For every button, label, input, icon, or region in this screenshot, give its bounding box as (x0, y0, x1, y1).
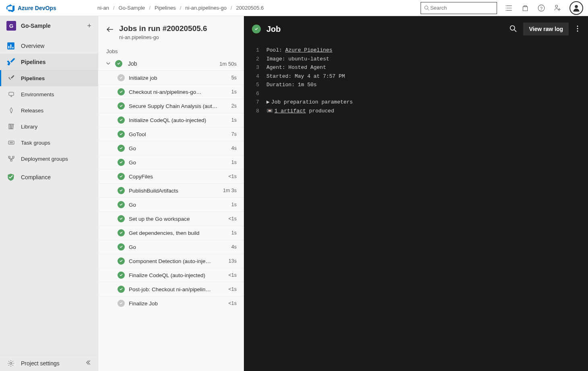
step-row[interactable]: Initialize job5s (98, 70, 244, 85)
log-line-number: 3 (244, 64, 266, 72)
search-box[interactable] (421, 2, 497, 14)
breadcrumb-item[interactable]: 20020505.6 (236, 5, 264, 11)
sidebar-item-overview[interactable]: Overview (0, 38, 98, 54)
step-row[interactable]: Get dependencies, then build1s (98, 226, 244, 240)
step-row[interactable]: CopyFiles<1s (98, 169, 244, 183)
svg-point-24 (10, 362, 12, 364)
svg-point-6 (575, 5, 578, 8)
step-duration: <1s (228, 272, 237, 278)
step-row[interactable]: Checkout ni-an/pipelines-go…1s (98, 85, 244, 99)
step-name: Get dependencies, then build (129, 230, 227, 236)
job-summary-row[interactable]: Job 1m 50s (98, 57, 244, 70)
status-success-icon (118, 131, 125, 138)
step-name: CopyFiles (129, 174, 224, 180)
marketplace-icon[interactable] (521, 4, 529, 12)
step-row[interactable]: Finalize Job<1s (98, 296, 244, 310)
svg-rect-17 (12, 124, 14, 129)
sidebar-item-label: Pipelines (21, 75, 45, 81)
back-button[interactable] (106, 26, 113, 34)
log-line-content: Image: ubuntu-latest (266, 55, 588, 63)
brand-label: Azure DevOps (18, 5, 56, 11)
svg-rect-8 (8, 46, 10, 48)
artifact-link[interactable]: 1 artifact (274, 108, 306, 114)
sidebar-item-label: Pipelines (21, 59, 45, 65)
breadcrumb-item[interactable]: ni-an (97, 5, 109, 11)
sidebar-item-releases[interactable]: Releases (0, 102, 98, 118)
status-success-icon (118, 229, 125, 236)
sidebar-item-task-groups[interactable]: Task groups (0, 135, 98, 151)
step-name: Set up the Go workspace (129, 216, 224, 222)
svg-point-25 (510, 25, 515, 30)
breadcrumb-item[interactable]: Pipelines (155, 5, 176, 11)
sidebar-item-label: Deployment groups (21, 156, 68, 162)
log-body[interactable]: 1Pool: Azure Pipelines2Image: ubuntu-lat… (244, 42, 588, 115)
step-name: Go (129, 244, 227, 250)
job-duration: 1m 50s (219, 61, 237, 67)
step-row[interactable]: Go4s (98, 141, 244, 155)
library-icon (7, 123, 15, 130)
step-row[interactable]: Go1s (98, 155, 244, 169)
step-duration: 1s (231, 160, 237, 165)
step-row[interactable]: Finalize CodeQL (auto-injected)<1s (98, 268, 244, 282)
sidebar-item-compliance[interactable]: Compliance (0, 169, 98, 185)
step-row[interactable]: Secure Supply Chain Analysis (aut…2s (98, 99, 244, 113)
svg-point-5 (559, 9, 560, 10)
step-row[interactable]: GoTool7s (98, 127, 244, 141)
log-line: 5Duration: 1m 50s (244, 81, 588, 89)
step-row[interactable]: Set up the Go workspace<1s (98, 211, 244, 226)
step-duration: 1m 3s (223, 188, 237, 193)
log-link[interactable]: Azure Pipelines (285, 47, 332, 53)
help-icon[interactable]: ? (537, 4, 545, 12)
azure-devops-logo-icon (6, 4, 14, 12)
view-raw-log-button[interactable]: View raw log (523, 23, 569, 35)
step-row[interactable]: Initialize CodeQL (auto-injected)1s (98, 113, 244, 127)
search-input[interactable] (429, 4, 493, 11)
svg-rect-22 (12, 156, 14, 158)
chevron-down-icon[interactable] (105, 60, 111, 67)
environments-icon (7, 91, 15, 97)
step-row[interactable]: Post-job: Checkout ni-an/pipelin…<1s (98, 282, 244, 296)
sidebar-item-project-settings[interactable]: Project settings (0, 355, 98, 371)
work-items-icon[interactable] (505, 4, 513, 12)
job-name: Job (128, 60, 215, 67)
log-line-number: 4 (244, 73, 266, 81)
status-success-icon (118, 102, 125, 110)
user-settings-icon[interactable] (553, 4, 561, 12)
sidebar-item-library[interactable]: Library (0, 118, 98, 135)
fold-caret-icon[interactable]: ▶ (266, 99, 270, 105)
sidebar-item-environments[interactable]: Environments (0, 86, 98, 102)
run-pipeline-name[interactable]: ni-an.pipelines-go (119, 35, 207, 40)
svg-rect-12 (9, 92, 14, 95)
brand[interactable]: Azure DevOps (6, 4, 97, 12)
sidebar-item-pipelines-group[interactable]: Pipelines (0, 54, 98, 70)
step-duration: 1s (231, 202, 237, 207)
status-success-icon (118, 257, 125, 265)
step-duration: 4s (231, 244, 237, 250)
step-row[interactable]: Go4s (98, 240, 244, 254)
log-line: 7▶Job preparation parameters (244, 98, 588, 107)
step-row[interactable]: PublishBuildArtifacts1m 3s (98, 183, 244, 197)
user-avatar[interactable] (569, 1, 583, 15)
add-icon[interactable]: + (87, 22, 91, 30)
svg-line-26 (514, 29, 516, 31)
log-search-icon[interactable] (510, 25, 517, 33)
step-row[interactable]: Go1s (98, 197, 244, 211)
sidebar-item-deployment-groups[interactable]: Deployment groups (0, 151, 98, 167)
breadcrumb-item[interactable]: ni-an.pipelines-go (185, 5, 227, 11)
log-line-number: 5 (244, 81, 266, 89)
step-row[interactable]: Component Detection (auto-inje…13s (98, 254, 244, 268)
collapse-sidebar-icon[interactable] (85, 359, 91, 367)
sidebar-item-label: Project settings (21, 360, 60, 367)
more-actions-icon[interactable] (575, 25, 580, 33)
step-name: Checkout ni-an/pipelines-go… (129, 89, 227, 95)
log-line-content: Agent: Hosted Agent (266, 64, 588, 72)
status-success-icon (118, 215, 125, 222)
breadcrumb-item[interactable]: Go-Sample (119, 5, 145, 11)
step-duration: 2s (231, 103, 237, 109)
step-duration: <1s (228, 301, 237, 306)
sidebar-item-pipelines[interactable]: Pipelines (0, 70, 98, 86)
svg-rect-15 (9, 124, 10, 129)
log-line-number: 6 (244, 90, 266, 98)
project-header[interactable]: G Go-Sample + (0, 16, 98, 35)
step-name: GoTool (129, 131, 227, 137)
